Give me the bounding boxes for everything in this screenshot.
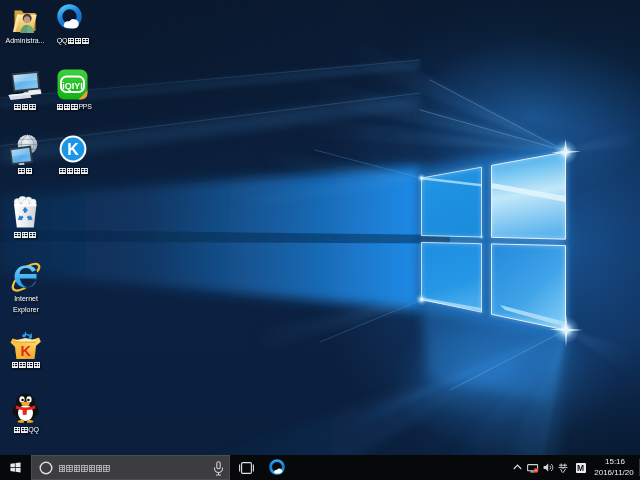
svg-text:K: K [21, 343, 32, 359]
svg-text:iQIYI: iQIYI [62, 81, 83, 91]
svg-text:K: K [67, 141, 79, 158]
